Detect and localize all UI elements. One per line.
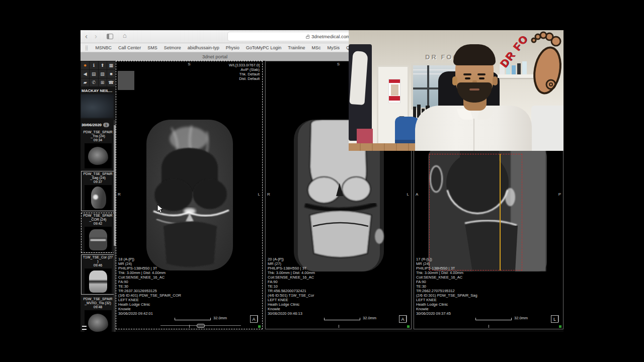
scale-ruler: 32.0mm [175, 316, 227, 320]
bookmarks-grid-icon[interactable]: ⣿ [85, 45, 89, 50]
bookmark-sms[interactable]: SMS [147, 45, 157, 50]
video-call-icon[interactable]: ■ [107, 70, 115, 78]
scale-ruler: 32.0mm [324, 316, 376, 320]
report-icon[interactable]: ▤ [90, 70, 98, 78]
orientation-cube[interactable]: A [399, 315, 407, 323]
viewport-coronal-pdw[interactable]: S R L W/L[1333.0/767.0]AvIP (Slab)Thk. D… [116, 61, 263, 329]
tab-3dnet-portal[interactable]: 3dnet portal [80, 52, 350, 61]
bookmark-msnbc[interactable]: MSNBC [96, 45, 112, 50]
scale-bar [475, 318, 512, 320]
localizer-roi-box [429, 154, 522, 270]
lock-icon [306, 36, 309, 39]
webcam-video: DR FOOT DR FO [349, 30, 564, 151]
patient-preview-thumbnail[interactable] [80, 94, 114, 118]
bookmark-msc[interactable]: MSc [311, 45, 320, 50]
slice-slider-handle[interactable] [197, 324, 205, 328]
doctor-hair [453, 44, 496, 65]
wood-floor [349, 143, 424, 151]
share-icon[interactable]: ⬆ [99, 61, 107, 69]
scale-bar [175, 318, 211, 320]
status-dot [559, 325, 561, 328]
window-level-overlay: W/L[1333.0/767.0]AvIP (Slab)Thk. Default… [229, 63, 260, 81]
zoom-nav-box[interactable] [118, 71, 134, 90]
door-poster [388, 79, 400, 103]
slice-center-tick [339, 325, 339, 328]
bookmark-call-center[interactable]: Call Center [118, 45, 141, 50]
scale-ruler: 32.0mm [475, 316, 528, 320]
orientation-cube[interactable]: L [551, 315, 558, 323]
home-icon[interactable]: ⌂ [123, 32, 127, 39]
series-item-t1-cor[interactable]: T1W_TSE_Cor (27 ) 09:46 [81, 254, 115, 295]
orientation-cube[interactable]: A [250, 315, 258, 323]
slice-center-tick [489, 325, 489, 328]
dicom-info-overlay: 17 (R-[L])MR (24)PHILIPS-138H5S0 | 3TThk… [416, 257, 477, 316]
doctor-ear [493, 76, 498, 85]
orientation-left: R [118, 192, 121, 197]
series-thumbnail [85, 310, 112, 332]
video-frame: ‹ › ⌂ 3dnetmedical.com ⣿ MSNBC Call Cent… [0, 0, 644, 362]
orientation-top: S [188, 62, 190, 66]
orientation-right: L [258, 192, 260, 197]
series-item-tra[interactable]: PDW_TSE_SPAIR _Tra (24) 09:34 [81, 129, 115, 169]
back-arrow-icon[interactable]: ◀ [81, 70, 89, 78]
record-icon[interactable]: ● [81, 61, 89, 69]
scale-bar [324, 318, 360, 320]
bookmark-gotomypc[interactable]: GoToMyPC Login [246, 45, 282, 50]
pink-equipment [357, 129, 373, 144]
scale-label: 32.0mm [514, 316, 528, 320]
study-count-badge: 1 [103, 123, 109, 127]
mri-image-coronal-pdw [125, 120, 253, 270]
orientation-left: A [416, 192, 418, 197]
doctor-eye [479, 77, 485, 79]
phone-icon[interactable]: ✆ [90, 78, 98, 86]
doctor-eyebrow [477, 73, 486, 75]
doctor-mouth [469, 88, 479, 90]
status-dot [258, 325, 261, 328]
toolbar-icon-grid: ● ℹ ⬆ ▦ ◀ ▤ ▧ ■ ▰ ✆ ⊞ ☎ [80, 61, 116, 87]
orientation-top: S [337, 62, 340, 66]
back-icon[interactable]: ‹ [85, 32, 88, 40]
sidebar-toggle-icon[interactable] [107, 34, 113, 39]
series-item-sag[interactable]: PDW_TSE_SPAIR _Sag (24) 09:37 [81, 171, 115, 211]
folder-icon[interactable]: ▰ [81, 78, 89, 86]
series-thumbnail [85, 143, 112, 168]
doctor-ear [452, 76, 457, 85]
url-text: 3dnetmedical.com [311, 34, 350, 39]
series-thumbnail [85, 185, 112, 210]
orientation-right: P [558, 192, 561, 197]
dicom-info-overlay: 18 (A-[P])MR (24)PHILIPS-138H5S0 | 3TThk… [118, 257, 181, 316]
bookmark-trainline[interactable]: Trainline [288, 45, 305, 50]
bottom-menu-toggle-icon[interactable] [82, 326, 87, 330]
dial-pad-icon[interactable]: ⊞ [99, 78, 107, 86]
scale-label: 32.0mm [213, 316, 227, 320]
dicom-info-overlay: 20 (A-[P])MR (27)PHILIPS-138H5S0 | 3TThk… [268, 257, 315, 316]
series-thumbnail [85, 227, 112, 252]
orientation-left: R [267, 192, 270, 197]
bookmark-mysis[interactable]: MySis [327, 45, 340, 50]
scale-label: 32.0mm [363, 316, 376, 320]
status-dot [407, 325, 410, 328]
white-desk [531, 106, 564, 151]
bookmark-physio[interactable]: Physio [226, 45, 239, 50]
series-item-cor[interactable]: PDW_TSE_SPAIR _COR (24) 09:42 [81, 213, 115, 253]
series-sidebar: ● ℹ ⬆ ▦ ◀ ▤ ▧ ■ ▰ ✆ ⊞ ☎ MACKAY NEIL... 3… [80, 61, 116, 332]
study-date: 30/06/2020 [82, 123, 102, 127]
bookmark-abidhussain[interactable]: abidhussain-typ [188, 45, 219, 50]
foot-logo [530, 30, 564, 97]
info-icon[interactable]: ℹ [90, 61, 98, 69]
bookmark-setmore[interactable]: Setmore [164, 45, 181, 50]
forward-icon[interactable]: › [95, 32, 97, 40]
orientation-right: L [407, 192, 409, 197]
print-icon[interactable]: ▧ [99, 70, 107, 78]
phone-out-icon[interactable]: ☎ [107, 78, 115, 86]
doctor-eye [465, 77, 470, 79]
patient-name: MACKAY NEIL... [80, 87, 116, 94]
study-date-row[interactable]: 30/06/2020 1 [80, 122, 116, 128]
doctor-eyebrow [463, 73, 471, 75]
slice-position-line[interactable] [500, 154, 501, 270]
doctor-torso [415, 106, 532, 151]
series-thumbnail [85, 268, 112, 294]
layout-grid-icon[interactable]: ▦ [107, 61, 115, 69]
